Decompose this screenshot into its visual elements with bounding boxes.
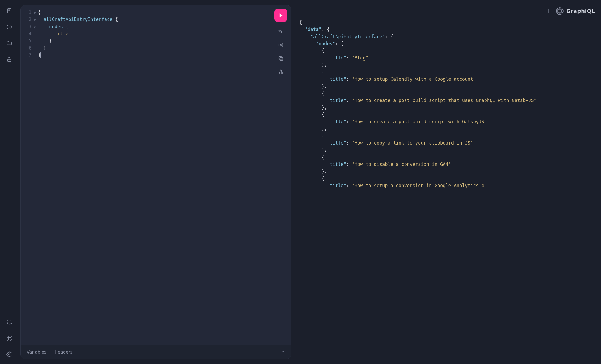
editor-toolbar [274, 9, 287, 76]
query-editor[interactable]: 1▼{2▼ allCraftApiEntryInterface {3▼ node… [21, 5, 291, 345]
copy-icon[interactable] [277, 55, 285, 62]
svg-point-11 [556, 8, 563, 15]
tab-headers[interactable]: Headers [54, 349, 72, 355]
svg-point-10 [280, 70, 282, 71]
svg-point-4 [8, 354, 10, 355]
chevron-up-icon[interactable] [280, 349, 285, 355]
app-root: 1▼{2▼ allCraftApiEntryInterface {3▼ node… [0, 0, 601, 364]
merge-icon[interactable] [277, 41, 285, 49]
response-panel: + GraphiQL ▼{▼ "data": {▼ "allCraftApiEn… [295, 5, 597, 359]
main-surface: 1▼{2▼ allCraftApiEntryInterface {3▼ node… [18, 0, 601, 364]
brand-name: GraphiQL [566, 8, 595, 14]
svg-point-16 [556, 12, 557, 13]
svg-point-13 [562, 9, 563, 10]
query-editor-panel: 1▼{2▼ allCraftApiEntryInterface {3▼ node… [20, 5, 291, 359]
svg-point-17 [556, 9, 557, 10]
explorer-folder-icon[interactable] [5, 39, 13, 47]
svg-rect-6 [280, 57, 283, 60]
svg-point-14 [562, 12, 563, 13]
execute-button[interactable] [274, 9, 287, 22]
prettify-icon[interactable] [277, 28, 285, 35]
shortcuts-icon[interactable] [5, 334, 13, 342]
add-tab-button[interactable]: + [546, 8, 551, 14]
response-viewer[interactable]: ▼{▼ "data": {▼ "allCraftApiEntryInterfac… [295, 17, 597, 359]
refresh-icon[interactable] [5, 318, 13, 326]
graphiql-logo-icon [556, 7, 564, 15]
history-icon[interactable] [5, 23, 13, 31]
tab-variables[interactable]: Variables [27, 349, 46, 355]
docs-icon[interactable] [5, 6, 13, 15]
editor-bottom-tabs: Variables Headers [21, 345, 291, 359]
sidebar-rail [0, 0, 18, 364]
svg-point-8 [279, 72, 280, 74]
share-icon[interactable] [5, 55, 13, 64]
svg-point-12 [559, 7, 560, 8]
webhook-icon[interactable] [277, 68, 285, 76]
settings-icon[interactable] [5, 350, 13, 359]
svg-rect-7 [279, 57, 282, 60]
response-header: + GraphiQL [295, 5, 597, 17]
brand: GraphiQL [556, 7, 595, 15]
svg-point-15 [559, 14, 560, 15]
svg-point-9 [281, 72, 283, 74]
